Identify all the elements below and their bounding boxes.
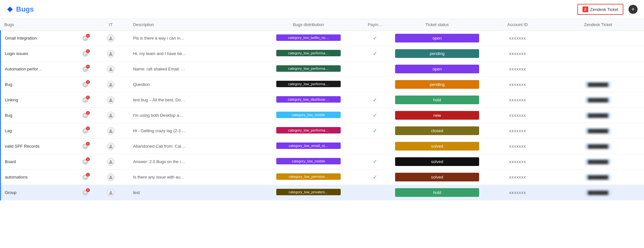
- payin-check-icon: ✓: [373, 35, 377, 41]
- table-row[interactable]: Lag 1 Hi - Getting crazy lag (2-3 …categ…: [1, 123, 644, 139]
- account-id-value: xxxxxxx: [509, 113, 526, 118]
- cell-payin: ✓: [359, 92, 391, 108]
- col-header-account: Account ID: [483, 19, 552, 31]
- chat-icon: 1: [82, 97, 89, 103]
- cell-ticket-status: solved: [391, 170, 483, 185]
- chat-badge: 1: [86, 80, 90, 84]
- table-row[interactable]: Login issues 1 Hi, my team and I have be…: [1, 46, 644, 61]
- table-row[interactable]: Group 1 testcategory_low_private/s…holdx…: [1, 185, 644, 200]
- bug-name-label: Login issues: [5, 51, 80, 56]
- cell-distribution: category_low_performa…: [258, 123, 359, 139]
- cell-description: Hi, my team and I have be…: [129, 46, 258, 61]
- cell-ticket-status: closed: [391, 123, 483, 139]
- cell-account-id: xxxxxxx: [483, 170, 552, 185]
- table-row[interactable]: Bug 1 I'm using both Desktop a…category_…: [1, 108, 644, 123]
- cell-zendesk-ticket: ████████: [552, 154, 644, 170]
- cell-account-id: xxxxxxx: [483, 185, 552, 200]
- cell-account-id: xxxxxxx: [483, 46, 552, 61]
- user-avatar-icon: [107, 81, 115, 88]
- cell-ticket-status: pending: [391, 77, 483, 92]
- cell-distribution: category_low_mobile: [258, 154, 359, 170]
- table-row[interactable]: Linking 1 test bug – All the best, Do…ca…: [1, 92, 644, 108]
- chat-badge: 1: [86, 34, 90, 38]
- user-avatar-icon: [107, 173, 115, 181]
- cell-it: [92, 46, 129, 61]
- table-row[interactable]: valid SPF Records 1 Abandoned Call from:…: [1, 139, 644, 154]
- bugs-logo-icon: [6, 6, 14, 13]
- user-avatar-icon: [107, 127, 115, 135]
- chat-icon: 1: [82, 112, 89, 119]
- desc-text: Hi - Getting crazy lag (2-3 …: [133, 128, 186, 133]
- status-badge: hold: [395, 96, 479, 104]
- cell-description: Is there any issue with au…: [129, 170, 258, 185]
- payin-check-icon: ✓: [373, 159, 377, 164]
- cell-description: test bug – All the best, Do…: [129, 92, 258, 108]
- payin-check-icon: ✓: [373, 174, 377, 180]
- table-row[interactable]: Board 1 Answer: 2.0 Bugs on the i…catego…: [1, 154, 644, 170]
- chat-badge: 1: [86, 49, 90, 53]
- user-avatar-icon: [107, 158, 115, 166]
- status-badge: open: [395, 65, 479, 73]
- desc-text: Answer: 2.0 Bugs on the i…: [133, 159, 185, 164]
- cell-name: Bug 1: [1, 108, 93, 123]
- cell-zendesk-ticket: [552, 61, 644, 77]
- chat-icon: 1: [82, 174, 89, 180]
- chat-badge: 1: [86, 126, 90, 130]
- table-row[interactable]: automations 1 Is there any issue with au…: [1, 170, 644, 185]
- cell-it: [92, 123, 129, 139]
- cell-distribution: category_low_email_ot…: [258, 139, 359, 154]
- bugs-table: Bugs IT Description Bugs distribution Pa…: [0, 19, 644, 200]
- chat-badge: 1: [86, 188, 90, 192]
- col-header-it: IT: [92, 19, 129, 31]
- cell-payin: ✓: [359, 46, 391, 61]
- cell-zendesk-ticket: [552, 46, 644, 61]
- cell-name: Gmail Integration 1: [1, 31, 93, 46]
- cell-ticket-status: solved: [391, 139, 483, 154]
- table-row[interactable]: Bug 1 Questioncategory_low_performa…pend…: [1, 77, 644, 92]
- status-badge: pending: [395, 80, 479, 89]
- cell-description: I'm using both Desktop a…: [129, 108, 258, 123]
- chat-icon: 1: [82, 189, 89, 196]
- zendesk-ticket-value: ████████: [585, 97, 611, 103]
- zendesk-ticket-value: ████████: [585, 128, 611, 134]
- zendesk-ticket-button[interactable]: Z Zendesk Ticket: [577, 4, 623, 15]
- cell-account-id: xxxxxxx: [483, 108, 552, 123]
- account-id-value: xxxxxxx: [509, 97, 526, 102]
- table-row[interactable]: Gmail Integration 1 Pls is there a way i…: [1, 31, 644, 46]
- cell-zendesk-ticket: ████████: [552, 170, 644, 185]
- cell-zendesk-ticket: ████████: [552, 123, 644, 139]
- cell-name: Automation perfor… 1: [1, 61, 93, 77]
- cell-account-id: xxxxxxx: [483, 154, 552, 170]
- status-badge: hold: [395, 188, 479, 197]
- chat-icon: 1: [82, 81, 89, 88]
- dist-badge: category_low_permissi…: [276, 173, 341, 180]
- cell-zendesk-ticket: [552, 31, 644, 46]
- cell-payin: [359, 77, 391, 92]
- cell-name: Board 1: [1, 154, 93, 170]
- add-button[interactable]: +: [629, 5, 638, 14]
- account-id-value: xxxxxxx: [509, 36, 526, 41]
- col-header-status: Ticket status: [391, 19, 483, 31]
- chat-icon: 1: [82, 35, 89, 41]
- chat-icon: 1: [82, 143, 89, 150]
- bug-name-label: Lag: [5, 128, 80, 133]
- zendesk-btn-label: Zendesk Ticket: [590, 7, 618, 12]
- user-avatar-icon: [107, 96, 115, 104]
- cell-payin: ✓: [359, 170, 391, 185]
- cell-description: test: [129, 185, 258, 200]
- cell-description: Name: rafi shaked Email: …: [129, 61, 258, 77]
- cell-payin: ✓: [359, 123, 391, 139]
- status-badge: closed: [395, 126, 479, 135]
- status-badge: solved: [395, 173, 479, 181]
- table-row[interactable]: Automation perfor… 1 Name: rafi shaked E…: [1, 61, 644, 77]
- account-id-value: xxxxxxx: [509, 128, 526, 133]
- cell-description: Answer: 2.0 Bugs on the i…: [129, 154, 258, 170]
- col-header-bugs: Bugs: [1, 19, 93, 31]
- dist-badge: category_low_performa…: [276, 127, 341, 133]
- zendesk-ticket-value: ████████: [585, 159, 611, 165]
- cell-zendesk-ticket: ████████: [552, 185, 644, 200]
- bug-name-label: Board: [5, 159, 80, 164]
- cell-ticket-status: hold: [391, 185, 483, 200]
- cell-ticket-status: new: [391, 108, 483, 123]
- app-container: Bugs Z Zendesk Ticket + Bugs IT Descript…: [0, 0, 644, 248]
